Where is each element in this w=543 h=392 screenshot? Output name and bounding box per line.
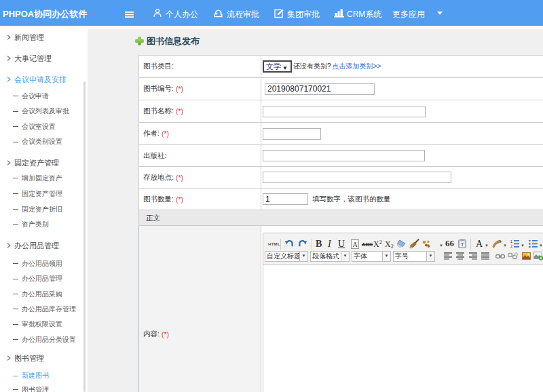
svg-text:2: 2 <box>510 244 512 248</box>
svg-text:T: T <box>461 241 464 248</box>
svg-text:1: 1 <box>510 239 512 243</box>
